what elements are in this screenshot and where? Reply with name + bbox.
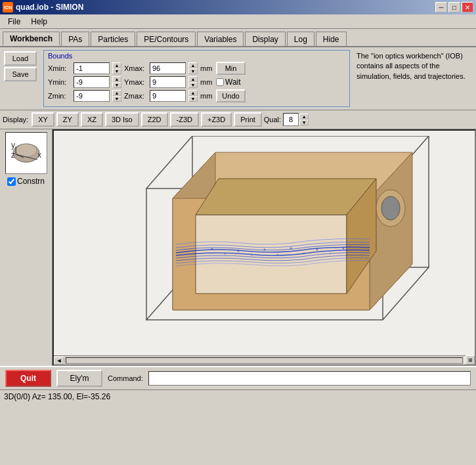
- zmin-input[interactable]: [74, 90, 110, 102]
- zmin-spin-down[interactable]: ▼: [112, 96, 121, 102]
- btn-pos-z3d[interactable]: +Z3D: [201, 112, 232, 127]
- btn-zy[interactable]: ZY: [56, 112, 79, 127]
- zmin-spin-up[interactable]: ▲: [112, 90, 121, 96]
- 3d-viewport[interactable]: ◄ ► ⊞: [53, 129, 476, 366]
- zmax-spin: ▲ ▼: [188, 90, 198, 102]
- tab-particles[interactable]: Particles: [91, 32, 135, 46]
- axes-svg: y z x: [8, 135, 45, 171]
- zmin-spin: ▲ ▼: [112, 90, 121, 102]
- wait-checkbox[interactable]: [216, 78, 224, 86]
- menu-file[interactable]: File: [3, 16, 26, 28]
- qual-spin-down[interactable]: ▼: [299, 120, 309, 125]
- titlebar: ION quad.iob - SIMION ─ □ ✕: [0, 0, 476, 14]
- elym-button[interactable]: Ely'm: [56, 370, 102, 387]
- min-button[interactable]: Min: [216, 62, 246, 75]
- btn-neg-z3d[interactable]: -Z3D: [170, 112, 199, 127]
- bounds-title: Bounds: [48, 52, 345, 60]
- save-button[interactable]: Save: [4, 67, 37, 81]
- command-label: Command:: [108, 374, 143, 382]
- app-icon-label: ION: [4, 5, 12, 10]
- svg-point-26: [263, 249, 265, 251]
- zmax-spin-up[interactable]: ▲: [188, 90, 198, 96]
- btn-print[interactable]: Print: [234, 112, 262, 127]
- ymax-label: Ymax:: [124, 78, 147, 86]
- btn-xy[interactable]: XY: [32, 112, 54, 127]
- bounds-row-z: Zmin: ▲ ▼ Zmax: ▲ ▼ mm Undo: [48, 89, 345, 102]
- z-unit: mm: [200, 92, 213, 100]
- undo-button[interactable]: Undo: [216, 89, 246, 102]
- svg-point-29: [342, 248, 344, 250]
- action-buttons: Load Save: [3, 50, 38, 107]
- tab-display[interactable]: Display: [245, 32, 285, 46]
- xmin-spin-up[interactable]: ▲: [112, 62, 121, 68]
- xmax-input[interactable]: [150, 62, 186, 74]
- tab-log[interactable]: Log: [287, 32, 314, 46]
- ymin-spin: ▲ ▼: [112, 76, 121, 88]
- ymax-spin: ▲ ▼: [188, 76, 198, 88]
- load-button[interactable]: Load: [4, 51, 37, 66]
- ymax-input[interactable]: [150, 76, 186, 88]
- svg-text:z: z: [11, 150, 15, 160]
- btn-3d-iso[interactable]: 3D Iso: [105, 112, 139, 127]
- app-icon: ION: [3, 2, 13, 12]
- xmax-spin: ▲ ▼: [188, 62, 198, 74]
- svg-text:y: y: [11, 141, 15, 150]
- ymin-spin-up[interactable]: ▲: [112, 76, 121, 82]
- tab-hide[interactable]: Hide: [316, 32, 347, 46]
- bounds-row-y: Ymin: ▲ ▼ Ymax: ▲ ▼ mm Wait: [48, 76, 345, 88]
- qual-spinbox: ▲ ▼: [299, 114, 309, 125]
- btn-z2d[interactable]: Z2D: [141, 112, 168, 127]
- constrain-checkbox[interactable]: [7, 177, 16, 186]
- display-label: Display:: [3, 116, 28, 123]
- qual-value: 8: [283, 113, 299, 126]
- maximize-button[interactable]: □: [448, 2, 460, 12]
- titlebar-left: ION quad.iob - SIMION: [3, 2, 83, 12]
- svg-point-34: [330, 253, 331, 254]
- zmax-input[interactable]: [150, 90, 186, 102]
- xmax-spin-down[interactable]: ▼: [188, 68, 198, 74]
- x-unit: mm: [200, 64, 213, 72]
- scroll-left-btn[interactable]: ◄: [54, 357, 64, 365]
- qual-spin-up[interactable]: ▲: [299, 114, 309, 120]
- menu-help[interactable]: Help: [26, 16, 53, 28]
- tab-variables[interactable]: Variables: [197, 32, 244, 46]
- svg-point-32: [277, 254, 278, 255]
- svg-point-33: [303, 252, 305, 254]
- constrain-check: Constrn: [7, 177, 45, 186]
- ymin-spin-down[interactable]: ▼: [112, 82, 121, 88]
- close-button[interactable]: ✕: [462, 2, 473, 12]
- quit-button[interactable]: Quit: [5, 370, 51, 387]
- command-input[interactable]: [148, 371, 471, 386]
- xmin-spin: ▲ ▼: [112, 62, 121, 74]
- statusline: 3D(0/0) Az= 135.00, El=-35.26: [0, 389, 476, 403]
- xmax-spin-up[interactable]: ▲: [188, 62, 198, 68]
- svg-marker-20: [196, 179, 376, 215]
- xmin-input[interactable]: [74, 62, 110, 74]
- h-scrollbar[interactable]: ◄ ► ⊞: [54, 355, 475, 365]
- constrain-label: Constrn: [17, 177, 45, 186]
- ymax-spin-down[interactable]: ▼: [188, 82, 198, 88]
- zmax-spin-down[interactable]: ▼: [188, 96, 198, 102]
- 3d-visualization: [81, 136, 448, 359]
- tab-workbench[interactable]: Workbench: [3, 32, 60, 46]
- left-panel: y z x Constrn: [0, 129, 53, 366]
- xmin-spin-down[interactable]: ▼: [112, 68, 121, 74]
- zmax-label: Zmax:: [124, 92, 147, 100]
- menubar: File Help: [0, 14, 476, 29]
- ymin-input[interactable]: [74, 76, 110, 88]
- ymax-spin-up[interactable]: ▲: [188, 76, 198, 82]
- corner-button[interactable]: ⊞: [465, 355, 475, 365]
- titlebar-buttons: ─ □ ✕: [435, 2, 473, 12]
- ymin-label: Ymin:: [48, 78, 71, 86]
- tab-pas[interactable]: PAs: [61, 32, 89, 46]
- btn-xz[interactable]: XZ: [81, 112, 103, 127]
- scroll-track: [66, 357, 463, 364]
- tab-pe-contours[interactable]: PE/Contours: [137, 32, 196, 46]
- workbench-panel: Load Save Bounds Xmin: ▲ ▼ Xmax: ▲ ▼ mm …: [0, 47, 476, 110]
- viewport-icon[interactable]: y z x: [5, 132, 47, 174]
- svg-point-27: [290, 248, 292, 250]
- minimize-button[interactable]: ─: [435, 2, 447, 12]
- svg-point-31: [251, 255, 252, 256]
- status-text: 3D(0/0) Az= 135.00, El=-35.26: [4, 392, 110, 401]
- svg-point-25: [237, 250, 239, 252]
